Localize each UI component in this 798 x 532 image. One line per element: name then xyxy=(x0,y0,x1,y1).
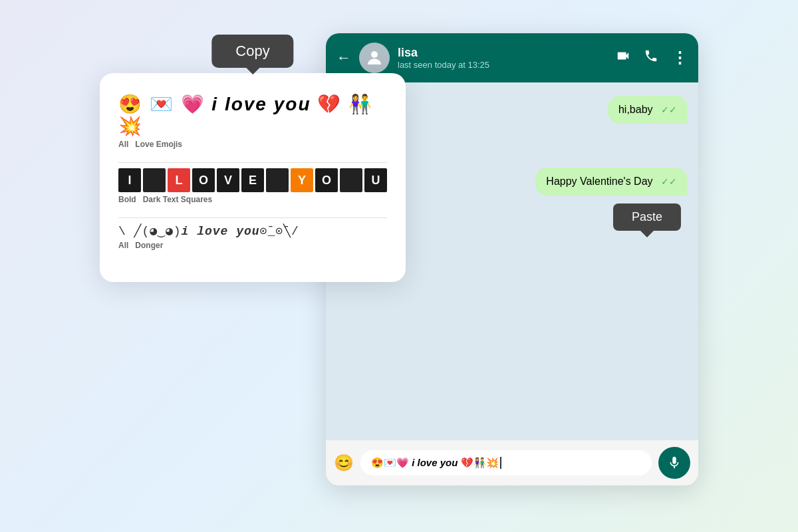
contact-avatar xyxy=(359,43,390,73)
sq-I: I xyxy=(118,168,141,192)
divider2 xyxy=(118,217,387,218)
sq-E: E xyxy=(241,168,264,192)
sq-space3 xyxy=(340,168,362,192)
read-receipts-2: ✓✓ xyxy=(661,176,677,187)
emoji-text-row[interactable]: 😍 💌 💗 i love you 💔 👫 💥 xyxy=(118,93,387,137)
message-bubble-sent-1: hi,baby ✓✓ xyxy=(608,96,688,124)
paste-tooltip[interactable]: Paste xyxy=(613,203,681,231)
read-receipts: ✓✓ xyxy=(661,104,677,115)
row3-labels: All Donger xyxy=(118,241,387,250)
sq-Y: Y xyxy=(291,168,313,192)
video-call-icon[interactable] xyxy=(616,49,630,67)
chat-action-icons: ⋮ xyxy=(616,49,688,67)
sq-O: O xyxy=(192,168,215,192)
svg-point-0 xyxy=(371,51,378,58)
more-options-icon[interactable]: ⋮ xyxy=(672,49,688,67)
bold-squares-row[interactable]: I L O V E Y O U xyxy=(118,168,387,192)
copy-tooltip[interactable]: Copy xyxy=(211,35,293,68)
message-bubble-sent-2: Happy Valentine's Day ✓✓ xyxy=(535,168,688,196)
contact-status: last seen today at 13:25 xyxy=(398,60,608,70)
message-text: Happy Valentine's Day xyxy=(546,176,652,187)
sq-U: U xyxy=(364,168,387,192)
message-text: hi,baby xyxy=(618,104,653,115)
back-button[interactable]: ← xyxy=(336,49,351,66)
row2-labels: Bold Dark Text Squares xyxy=(118,195,387,204)
row1-labels: All Love Emojis xyxy=(118,140,387,149)
paste-label: Paste xyxy=(632,210,662,223)
sq-space xyxy=(143,168,166,192)
donger-row[interactable]: \ ╱(◕‿◕)i love you⊙̄_⊙̄╲/ xyxy=(118,223,387,238)
copy-card: Copy 😍 💌 💗 i love you 💔 👫 💥 All Love Emo… xyxy=(100,73,406,282)
copy-tooltip-label: Copy xyxy=(235,43,269,59)
phone-call-icon[interactable] xyxy=(644,49,658,67)
sq-space2 xyxy=(266,168,289,192)
message-input[interactable]: 😍💌💗 i love you 💔👫💥 xyxy=(360,450,652,475)
sq-O2: O xyxy=(315,168,338,192)
emoji-button[interactable]: 😊 xyxy=(334,454,354,472)
chat-input-bar: 😊 😍💌💗 i love you 💔👫💥 xyxy=(326,440,698,485)
chat-info: lisa last seen today at 13:25 xyxy=(398,46,608,70)
sq-L: L xyxy=(168,168,190,192)
sq-V: V xyxy=(217,168,239,192)
divider1 xyxy=(118,162,387,163)
contact-name: lisa xyxy=(398,46,608,60)
voice-message-button[interactable] xyxy=(658,447,690,479)
